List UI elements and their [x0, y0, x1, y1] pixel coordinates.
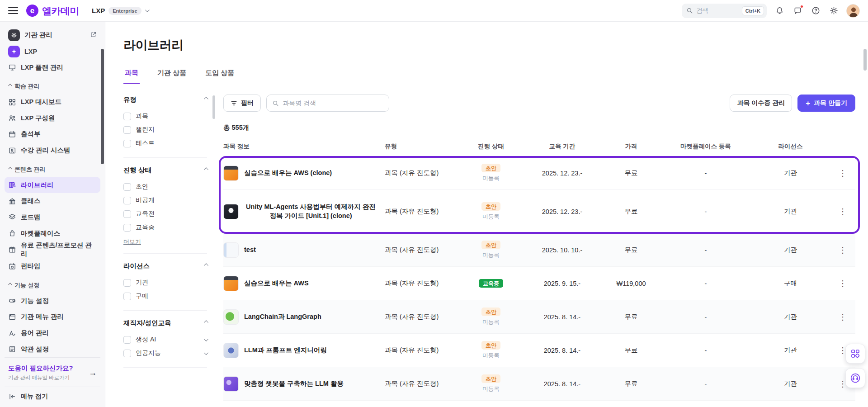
- filter-option-inprogress[interactable]: 교육중: [123, 221, 207, 234]
- course-title[interactable]: 실습으로 배우는 AWS (clone): [244, 169, 332, 178]
- sidebar-item-lxp-members[interactable]: LXP 구성원: [5, 110, 100, 126]
- sidebar-scrollbar[interactable]: [101, 49, 104, 164]
- table-row[interactable]: LLM과 프롬프트 엔지니어링 과목 (자유 진도형) 초안미등록 2025. …: [223, 334, 855, 367]
- filter-option-purchase[interactable]: 구매: [123, 289, 207, 303]
- sidebar-item-paid-content[interactable]: 유료 콘텐츠/프로모션 관리: [5, 241, 100, 258]
- course-marketplace: -: [660, 280, 751, 287]
- brand-logo[interactable]: e 엘카데미: [26, 5, 79, 17]
- sidebar-item-attendance[interactable]: 출석부: [5, 126, 100, 142]
- show-more-link[interactable]: 더보기: [123, 238, 141, 246]
- sidebar-item-org-menu[interactable]: 기관 메뉴 관리: [5, 309, 100, 325]
- row-menu-kebab-icon[interactable]: ⋮: [836, 310, 849, 324]
- sidebar-section-content[interactable]: 콘텐츠 관리: [5, 162, 100, 177]
- tab-courses[interactable]: 과목: [123, 64, 140, 84]
- sidebar-item-runtime[interactable]: 런타임: [5, 258, 100, 274]
- messages-icon[interactable]: [792, 5, 803, 16]
- checkbox[interactable]: [123, 140, 131, 147]
- sidebar-item-lxp-plan[interactable]: LXP 플랜 관리: [5, 59, 100, 76]
- sidebar-item-library[interactable]: 라이브러리: [5, 177, 100, 193]
- user-avatar[interactable]: [846, 4, 860, 18]
- row-menu-kebab-icon[interactable]: ⋮: [836, 205, 849, 218]
- course-title[interactable]: 맞춤형 챗봇을 구축하는 LLM 활용: [244, 379, 344, 388]
- checkbox[interactable]: [123, 210, 131, 218]
- chevron-down-icon[interactable]: [204, 337, 208, 341]
- checkbox[interactable]: [123, 279, 131, 287]
- checkbox[interactable]: [123, 113, 131, 120]
- course-title[interactable]: 실습으로 배우는 AWS: [244, 279, 309, 288]
- checkbox[interactable]: [123, 350, 131, 357]
- filter-group-header[interactable]: 라이선스: [123, 262, 207, 270]
- row-menu-kebab-icon[interactable]: ⋮: [836, 166, 849, 180]
- filter-option-gen-ai[interactable]: 생성 AI: [123, 333, 207, 346]
- checkbox[interactable]: [123, 293, 131, 300]
- course-type: 과목 (자유 진도형): [385, 207, 459, 216]
- course-title[interactable]: test: [244, 246, 256, 255]
- global-search-input[interactable]: 검색 Ctrl+K: [682, 4, 767, 18]
- clock-icon: [8, 262, 16, 270]
- create-course-button[interactable]: + 과목 만들기: [797, 95, 855, 112]
- course-type: 과목 (자유 진도형): [385, 379, 459, 388]
- course-title[interactable]: Unity ML-Agents 사용법부터 예제까지 완전 정복 가이드 [Un…: [244, 203, 377, 220]
- tab-adoption-products[interactable]: 도입 상품: [204, 64, 236, 84]
- certificate-manage-button[interactable]: 과목 이수증 관리: [730, 95, 792, 112]
- sidebar-item-org-admin[interactable]: 기관 관리: [5, 27, 100, 43]
- filter-group-status: 진행 상태 초안 비공개 교육전 교육중 더보기: [123, 158, 207, 254]
- support-chat-button[interactable]: [845, 368, 865, 388]
- sidebar-section-learning[interactable]: 학습 관리: [5, 79, 100, 94]
- table-row[interactable]: LangChain과 LangGraph 과목 (자유 진도형) 초안미등록 2…: [223, 300, 855, 334]
- apps-launcher-button[interactable]: [845, 344, 865, 364]
- sidebar-item-lxp-dashboard[interactable]: LXP 대시보드: [5, 94, 100, 110]
- help-card[interactable]: 도움이 필요하신가요? 기관 관리 매뉴얼 바로가기 →: [5, 357, 100, 387]
- filter-option-before[interactable]: 교육전: [123, 207, 207, 221]
- sidebar-item-feature-settings[interactable]: 기능 설정: [5, 293, 100, 309]
- checkbox[interactable]: [123, 336, 131, 344]
- sidebar-item-terminology[interactable]: 용어 관리: [5, 325, 100, 341]
- row-menu-kebab-icon[interactable]: ⋮: [836, 243, 849, 257]
- sidebar-section-settings[interactable]: 기능 설정: [5, 278, 100, 293]
- notifications-bell-icon[interactable]: [774, 5, 785, 16]
- filter-group-header[interactable]: 유형: [123, 95, 207, 104]
- settings-gear-icon[interactable]: [828, 5, 839, 16]
- filter-option-private[interactable]: 비공개: [123, 194, 207, 207]
- chevron-down-icon[interactable]: [204, 350, 208, 355]
- checkbox[interactable]: [123, 197, 131, 204]
- course-license: 기관: [751, 312, 830, 321]
- chevron-up-icon: [8, 167, 12, 170]
- course-title[interactable]: LangChain과 LangGraph: [244, 312, 321, 322]
- sidebar-item-enrollment-system[interactable]: 수강 관리 시스템: [5, 142, 100, 159]
- course-search-input[interactable]: [283, 99, 383, 107]
- sidebar-item-lxp[interactable]: LXP: [5, 43, 100, 60]
- workspace-switcher[interactable]: LXP Enterprise: [92, 7, 148, 15]
- filter-option-test[interactable]: 테스트: [123, 137, 207, 150]
- filter-group-header[interactable]: 재직자/성인교육: [123, 319, 207, 327]
- filter-scrollbar[interactable]: [212, 95, 215, 119]
- checkbox[interactable]: [123, 183, 131, 191]
- sidebar-item-marketplace[interactable]: 마켓플레이스: [5, 225, 100, 241]
- page-scrollbar[interactable]: [863, 49, 867, 71]
- table-row[interactable]: 실습으로 배우는 AWS (clone) 과목 (자유 진도형) 초안미등록 2…: [223, 156, 855, 190]
- help-icon[interactable]: [810, 5, 821, 16]
- row-menu-kebab-icon[interactable]: ⋮: [836, 277, 849, 290]
- filter-option-ai[interactable]: 인공지능: [123, 346, 207, 360]
- filter-button[interactable]: 필터: [223, 95, 261, 112]
- table-row[interactable]: test 과목 (자유 진도형) 초안미등록 2025. 10. 10.- 무료…: [223, 233, 855, 267]
- course-period: 2025. 8. 14.-: [523, 380, 602, 388]
- sidebar-item-terms[interactable]: 약관 설정: [5, 341, 100, 357]
- checkbox[interactable]: [123, 126, 131, 134]
- filter-option-org[interactable]: 기관: [123, 276, 207, 289]
- filter-option-course[interactable]: 과목: [123, 109, 207, 123]
- hamburger-menu-icon[interactable]: [8, 7, 18, 14]
- filter-group-header[interactable]: 진행 상태: [123, 166, 207, 175]
- tab-org-products[interactable]: 기관 상품: [156, 64, 188, 84]
- sidebar-item-roadmap[interactable]: 로드맵: [5, 209, 100, 226]
- table-row[interactable]: 실습으로 배우는 AWS 과목 (자유 진도형) 교육중 2025. 9. 15…: [223, 267, 855, 300]
- sidebar-item-class[interactable]: 클래스: [5, 193, 100, 209]
- table-row[interactable]: Unity ML-Agents 사용법부터 예제까지 완전 정복 가이드 [Un…: [223, 190, 855, 233]
- checkbox[interactable]: [123, 224, 131, 232]
- collapse-menu-button[interactable]: 메뉴 접기: [5, 387, 100, 403]
- course-title[interactable]: LLM과 프롬프트 엔지니어링: [244, 346, 327, 355]
- filter-option-challenge[interactable]: 챌린지: [123, 123, 207, 137]
- table-row[interactable]: 맞춤형 챗봇을 구축하는 LLM 활용 과목 (자유 진도형) 초안미등록 20…: [223, 367, 855, 401]
- total-count: 총 555개: [223, 123, 855, 132]
- filter-option-draft[interactable]: 초안: [123, 180, 207, 194]
